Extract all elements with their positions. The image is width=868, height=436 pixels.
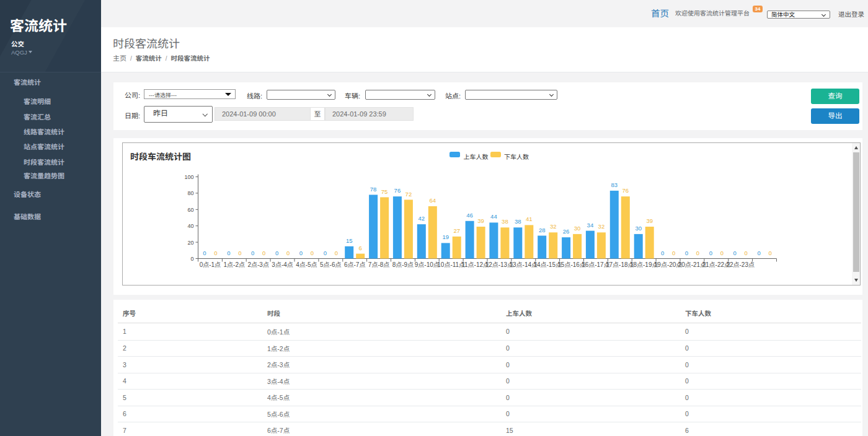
svg-text:9点-10点: 9点-10点 xyxy=(415,261,440,268)
svg-text:38: 38 xyxy=(502,218,508,225)
svg-text:44: 44 xyxy=(490,213,497,220)
svg-text:0: 0 xyxy=(335,250,338,256)
svg-text:38: 38 xyxy=(515,218,521,225)
svg-text:0: 0 xyxy=(251,250,254,256)
svg-text:0: 0 xyxy=(190,256,193,262)
svg-text:22点-23点: 22点-23点 xyxy=(726,261,755,268)
svg-text:5点-6点: 5点-6点 xyxy=(320,261,341,268)
svg-text:39: 39 xyxy=(477,217,484,224)
svg-text:0: 0 xyxy=(685,250,688,256)
svg-text:0: 0 xyxy=(227,250,230,256)
svg-text:0: 0 xyxy=(324,250,327,256)
svg-text:60: 60 xyxy=(187,207,193,213)
svg-text:0: 0 xyxy=(672,250,675,256)
svg-text:0点-1点: 0点-1点 xyxy=(200,261,221,268)
svg-text:26: 26 xyxy=(563,228,570,235)
svg-text:100: 100 xyxy=(184,174,193,180)
svg-text:0: 0 xyxy=(745,250,748,256)
svg-text:3点-4点: 3点-4点 xyxy=(272,261,293,268)
svg-text:0: 0 xyxy=(203,250,206,256)
svg-text:0: 0 xyxy=(733,250,737,256)
svg-text:28: 28 xyxy=(539,227,546,233)
svg-text:20: 20 xyxy=(187,240,193,246)
svg-text:78: 78 xyxy=(370,186,377,193)
svg-text:80: 80 xyxy=(187,190,193,196)
svg-text:46: 46 xyxy=(466,212,473,219)
svg-text:6点-7点: 6点-7点 xyxy=(344,261,365,268)
svg-text:19: 19 xyxy=(442,233,449,240)
svg-text:15: 15 xyxy=(346,237,353,244)
svg-text:39: 39 xyxy=(646,217,653,224)
svg-text:34: 34 xyxy=(587,222,594,229)
svg-text:0: 0 xyxy=(275,250,278,256)
svg-text:0: 0 xyxy=(696,250,699,256)
svg-text:0: 0 xyxy=(262,250,265,256)
svg-text:40: 40 xyxy=(187,223,193,229)
svg-text:27: 27 xyxy=(453,227,460,234)
svg-text:0: 0 xyxy=(709,250,712,256)
svg-text:41: 41 xyxy=(526,216,533,222)
svg-text:7点-8点: 7点-8点 xyxy=(368,261,389,268)
svg-text:0: 0 xyxy=(311,250,314,256)
svg-text:0: 0 xyxy=(299,250,303,256)
svg-text:1点-2点: 1点-2点 xyxy=(224,261,245,268)
svg-text:83: 83 xyxy=(611,181,618,188)
svg-text:76: 76 xyxy=(622,187,629,194)
svg-text:0: 0 xyxy=(661,250,664,256)
svg-text:76: 76 xyxy=(394,187,401,194)
svg-text:0: 0 xyxy=(720,250,724,256)
svg-text:64: 64 xyxy=(430,197,436,204)
svg-text:0: 0 xyxy=(214,250,217,256)
svg-text:72: 72 xyxy=(405,191,412,198)
svg-text:0: 0 xyxy=(238,250,241,256)
svg-text:0: 0 xyxy=(286,250,290,256)
svg-text:32: 32 xyxy=(598,223,605,230)
svg-text:8点-9点: 8点-9点 xyxy=(392,261,414,268)
svg-text:42: 42 xyxy=(418,215,425,222)
svg-text:75: 75 xyxy=(381,188,388,195)
svg-text:32: 32 xyxy=(550,223,557,230)
svg-text:0: 0 xyxy=(757,250,760,256)
svg-text:4点-5点: 4点-5点 xyxy=(296,261,317,268)
svg-text:2点-3点: 2点-3点 xyxy=(247,261,268,268)
svg-text:0: 0 xyxy=(768,250,771,256)
svg-text:6: 6 xyxy=(359,245,362,251)
svg-text:30: 30 xyxy=(635,225,642,232)
svg-text:30: 30 xyxy=(574,225,581,232)
